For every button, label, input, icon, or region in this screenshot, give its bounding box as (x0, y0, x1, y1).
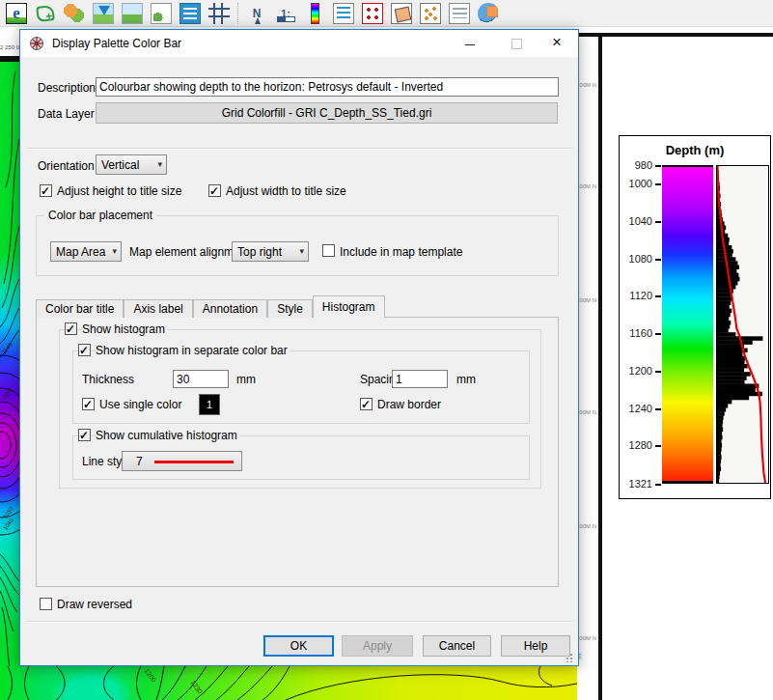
red-line-sample (154, 461, 234, 463)
alignment-select[interactable]: Top right ▾ (232, 241, 309, 262)
image-display-button[interactable] (118, 1, 147, 26)
scale-bar-icon: 1: (275, 3, 296, 24)
colorbar-tick-label: 1200 (620, 365, 652, 377)
data-layer-button[interactable]: Grid Colorfill - GRI C_Depth_SS_Tied.gri (96, 102, 558, 124)
orientation-label: Orientation (38, 159, 95, 173)
adjust-width-checkbox[interactable] (208, 184, 221, 197)
cancel-button[interactable]: Cancel (423, 635, 491, 657)
colorbar-tick-mark (655, 333, 661, 335)
colorbar-tick-mark (655, 183, 661, 185)
draw-reversed-checkbox[interactable] (40, 598, 52, 610)
toolbar: eN1: (0, 0, 773, 27)
petrosys-logo-button[interactable]: e (2, 1, 31, 26)
colorbar-histogram (716, 165, 769, 484)
layer-properties-icon (179, 3, 201, 24)
layer-properties-button[interactable] (176, 1, 205, 26)
dialog-icon (29, 36, 44, 51)
toolbar-separator (237, 3, 238, 24)
import-image-button[interactable] (89, 1, 118, 26)
northing-label: 00M N (577, 635, 596, 641)
cumulative-label: Show cumulative histogram (96, 429, 239, 442)
line-style-button[interactable]: 7 (122, 451, 242, 471)
north-arrow-button[interactable]: N (242, 1, 271, 26)
shape-element-button[interactable] (387, 1, 416, 26)
draw-border-checkbox[interactable] (360, 398, 373, 410)
map-canvas-bottom[interactable]: 1200 1230 (0, 666, 577, 700)
add-polygon-icon (36, 5, 55, 22)
tab-annotation[interactable]: Annotation (193, 299, 267, 318)
colorbar-tick-mark (655, 445, 661, 447)
include-template-checkbox[interactable] (322, 244, 335, 257)
colorbar-panel[interactable]: Depth (m) 980100010401080112011601200124… (619, 135, 771, 499)
map-grid-icon (208, 3, 230, 24)
adjust-width-label: Adjust width to title size (226, 184, 346, 198)
spacing-unit: mm (456, 373, 476, 386)
colorbar-tick-mark (655, 408, 661, 410)
tab-histogram[interactable]: Histogram (313, 295, 385, 319)
colorbar-gradient (662, 165, 713, 484)
text-panel-button[interactable] (445, 1, 474, 26)
scale-bar-button[interactable]: 1: (271, 1, 300, 26)
image-page-button[interactable] (147, 1, 176, 26)
map-area-select[interactable]: Map Area ▾ (50, 241, 122, 262)
tab-color-bar-title[interactable]: Color bar title (36, 299, 124, 318)
tab-axis-label[interactable]: Axis label (124, 299, 192, 318)
description-input[interactable] (96, 77, 559, 97)
colorbar-tick-mark (655, 165, 661, 167)
placement-group-title: Color bar placement (44, 209, 156, 222)
scatter-points-icon (420, 3, 441, 24)
map-legend-icon (333, 3, 354, 24)
color-bar-button[interactable] (300, 1, 329, 26)
include-template-label: Include in map template (340, 245, 462, 259)
tab-bar: Color bar title Axis label Annotation St… (36, 294, 385, 318)
dialog-titlebar[interactable]: Display Palette Color Bar (20, 30, 578, 57)
map-grid-button[interactable] (205, 1, 234, 26)
adjust-height-checkbox[interactable] (40, 184, 52, 197)
point-select-button[interactable] (358, 1, 387, 26)
orientation-select[interactable]: Vertical ▾ (96, 154, 167, 175)
point-select-icon (362, 3, 383, 24)
color-bar-icon (311, 3, 319, 24)
single-color-swatch[interactable]: 1 (199, 394, 220, 415)
tab-style[interactable]: Style (267, 299, 313, 318)
colorbar-tick-mark (655, 371, 661, 373)
show-histogram-checkbox[interactable] (65, 322, 77, 335)
separate-colorbar-group (72, 350, 530, 424)
display-palette-dialog: Display Palette Color Bar Description Da… (19, 29, 579, 666)
scatter-points-button[interactable] (416, 1, 445, 26)
ok-button[interactable]: OK (263, 635, 334, 657)
map-canvas-left[interactable]: 2 250 00M (0, 27, 19, 700)
chevron-down-icon: ▾ (299, 246, 304, 256)
draw-border-label: Draw border (377, 398, 441, 411)
map-legend-button[interactable] (329, 1, 358, 26)
footer-separator (28, 621, 572, 623)
thickness-input[interactable] (173, 370, 229, 388)
sphere-display-icon (64, 3, 85, 24)
help-button[interactable]: Help (501, 635, 570, 657)
text-panel-icon (449, 3, 470, 24)
colorbar-axis: 980100010401080112011601200124012801321 (620, 165, 662, 484)
data-layer-label: Data Layer (38, 107, 95, 121)
colorbar-tick-label: 1080 (620, 253, 652, 265)
add-polygon-button[interactable] (31, 1, 60, 26)
separate-colorbar-checkbox[interactable] (78, 344, 91, 356)
northing-label: 00M N (577, 409, 596, 415)
apply-button[interactable]: Apply (342, 635, 413, 657)
single-color-checkbox[interactable] (82, 398, 95, 410)
minimize-button[interactable] (455, 30, 485, 57)
dialog-title: Display Palette Color Bar (52, 37, 181, 50)
chevron-down-icon: ▾ (112, 246, 117, 256)
colorbar-tick-mark (655, 484, 661, 486)
sphere-display-button[interactable] (60, 1, 89, 26)
northing-label: 00M N (577, 183, 596, 189)
northing-label: 00M N (577, 297, 596, 303)
shape-element-icon (391, 3, 412, 24)
close-button[interactable] (543, 30, 574, 57)
maximize-button[interactable] (501, 30, 532, 57)
line-style-value: 7 (136, 455, 143, 468)
cumulative-checkbox[interactable] (78, 429, 91, 441)
resize-grip[interactable] (565, 654, 573, 662)
web-map-button[interactable] (474, 1, 503, 26)
spacing-input[interactable] (392, 370, 448, 388)
contour-lines-left (0, 62, 19, 700)
